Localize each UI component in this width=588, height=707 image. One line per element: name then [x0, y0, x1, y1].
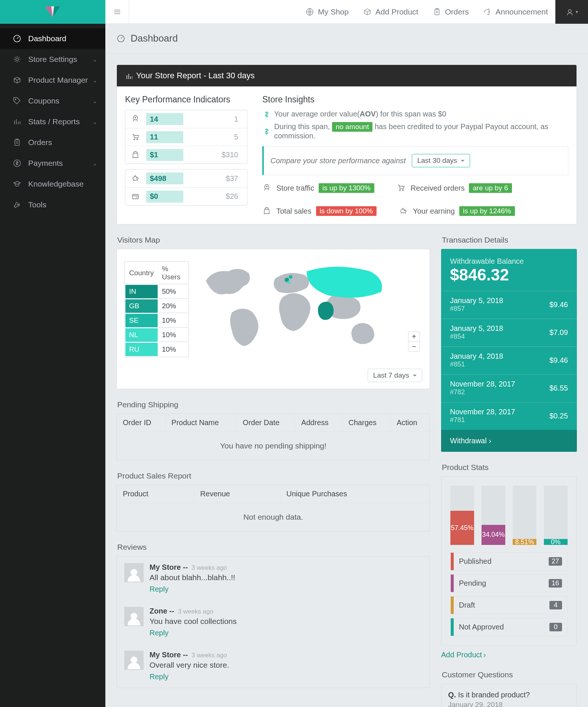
visitors-range-select[interactable]: Last 7 days [368, 369, 422, 382]
sidebar-item-orders[interactable]: Orders [0, 132, 105, 153]
nav-my-shop[interactable]: My Shop [305, 7, 349, 16]
questions-panel: Q. Is it branded product? January 29, 20… [441, 684, 577, 707]
chart-bar: 8.51% [513, 486, 536, 545]
sales-table: ProductRevenueUnique Purchases Not enoug… [116, 485, 430, 532]
col-header: Product Name [165, 414, 237, 432]
col-header: Charges [342, 414, 391, 432]
stats-icon [125, 72, 132, 79]
cart-icon [125, 132, 146, 142]
review-item: My Store --3 weeks agoAll about blahh...… [117, 556, 430, 600]
nav-label: Add Product [375, 7, 418, 16]
pstats-title: Product Stats [442, 463, 577, 472]
review-item: My Store --3 weeks agoOverall very nice … [117, 644, 430, 688]
review-reply-link[interactable]: Reply [150, 629, 168, 637]
review-time: 3 weeks ago [191, 564, 227, 571]
sales-title: Product Sales Report [117, 471, 430, 480]
store-report-panel: Your Store Report - Last 30 days Key Per… [116, 65, 577, 224]
country-pct: 50% [158, 285, 188, 299]
product-stats-panel: 57.45%34.04%8.51%0% Published27Pending16… [441, 476, 577, 645]
world-map[interactable] [198, 257, 407, 357]
bag-icon [125, 150, 146, 160]
transaction-date: November 28, 2017 [450, 408, 515, 416]
sidebar-item-stats-reports[interactable]: Stats / Reports⌄ [0, 111, 105, 132]
transaction-date: November 28, 2017 [450, 380, 515, 388]
insights-title: Store Insights [262, 95, 568, 105]
country-code: IN [125, 285, 158, 299]
chevron-down-icon: ⌄ [92, 56, 97, 63]
kpi-row: $1$310 [125, 146, 247, 164]
legend-label: Published [459, 557, 492, 566]
kpi-value: $0 [146, 191, 183, 203]
sidebar-item-label: Orders [28, 138, 52, 147]
metric-received-orders: Received orders are up by 6 [397, 183, 512, 193]
compare-box: Compare your store performance against L… [262, 146, 568, 175]
kpi-row: $498$37 [125, 170, 247, 187]
transaction-date: January 5, 2018 [450, 324, 503, 333]
insight-aov: Your average order value(AOV) for this s… [262, 110, 568, 118]
sidebar-item-store-settings[interactable]: Store Settings⌄ [0, 49, 105, 70]
tag-icon [13, 96, 22, 105]
question-date: January 29, 2018 [448, 701, 570, 707]
sidebar-item-product-manager[interactable]: Product Manager⌄ [0, 70, 105, 91]
legend-swatch [451, 596, 454, 614]
txn-title: Transaction Details [442, 236, 577, 244]
zoom-in-button[interactable]: + [408, 332, 420, 342]
withdrawal-link[interactable]: Withdrawal › [441, 430, 577, 452]
review-reply-link[interactable]: Reply [150, 673, 168, 681]
compare-range-select[interactable]: Last 30 days [412, 154, 470, 167]
chart-bar-fill: 57.45% [450, 511, 474, 545]
legend-item[interactable]: Published27 [450, 552, 568, 570]
dollar-icon [262, 127, 270, 135]
sidebar-item-label: Store Settings [28, 55, 77, 64]
sidebar-item-coupons[interactable]: Coupons⌄ [0, 91, 105, 111]
country-pct: 20% [158, 299, 188, 313]
zoom-out-button[interactable]: − [408, 342, 420, 351]
legend-item[interactable]: Not Approved0 [450, 618, 568, 636]
sidebar-item-dashboard[interactable]: Dashboard [0, 28, 105, 49]
kpi-value: 14 [146, 113, 183, 125]
brand-logo[interactable] [0, 0, 105, 24]
legend-item[interactable]: Pending16 [450, 574, 568, 592]
review-reply-link[interactable]: Reply [150, 585, 168, 593]
sales-empty: Not enough data. [117, 503, 430, 531]
sidebar-item-label: Stats / Reports [28, 117, 80, 126]
transaction-item[interactable]: January 5, 2018#857$9.46 [441, 291, 577, 319]
nav-add-product[interactable]: Add Product [363, 7, 418, 16]
nav-orders[interactable]: Orders [433, 7, 469, 16]
avatar [124, 607, 144, 626]
legend-swatch [451, 575, 454, 592]
sidebar-toggle[interactable] [105, 0, 129, 24]
report-header: Your Store Report - Last 30 days [117, 65, 576, 86]
legend-item[interactable]: Draft4 [450, 596, 568, 614]
sidebar-item-tools[interactable]: Tools [0, 194, 105, 215]
balance-label: Withdrawable Balance [450, 257, 568, 266]
question-text: Q. Is it branded product? [448, 691, 570, 699]
kpi-value: 11 [146, 131, 183, 143]
review-item: Zone --3 weeks agoYou have cool collecti… [117, 600, 430, 644]
sidebar-item-knowledgebase[interactable]: Knowledgebase [0, 174, 105, 194]
user-menu[interactable]: ▾ [555, 0, 588, 24]
transaction-item[interactable]: November 28, 2017#782$6.55 [441, 374, 577, 402]
add-product-link[interactable]: Add Product › [441, 651, 486, 659]
metric-total-sales: Total sales is down by 100% [262, 206, 377, 216]
country-pct: 10% [158, 343, 188, 356]
country-code: NL [125, 328, 158, 342]
review-author: Zone -- [150, 607, 174, 615]
transaction-item[interactable]: November 28, 2017#781$0.25 [441, 402, 577, 430]
nav-announcement[interactable]: Announcement [483, 7, 548, 16]
transaction-item[interactable]: January 4, 2018#851$9.46 [441, 346, 577, 374]
visitors-row: IN50% [125, 285, 188, 299]
transaction-order-id: #857 [450, 305, 503, 313]
country-pct: 10% [158, 328, 188, 342]
sidebar-item-payments[interactable]: Payments⌄ [0, 153, 105, 174]
sidebar: DashboardStore Settings⌄Product Manager⌄… [0, 24, 105, 707]
chart-bar-fill: 34.04% [482, 525, 505, 545]
transaction-item[interactable]: January 5, 2018#854$7.09 [441, 319, 577, 346]
kpi-row: $0$26 [125, 187, 247, 205]
col-header: Revenue [194, 485, 280, 503]
cap-icon [13, 180, 22, 188]
chart-bar: 34.04% [482, 486, 505, 545]
clip-icon [13, 138, 22, 147]
transaction-amount: $9.46 [549, 356, 568, 365]
rocket-icon [262, 183, 272, 193]
